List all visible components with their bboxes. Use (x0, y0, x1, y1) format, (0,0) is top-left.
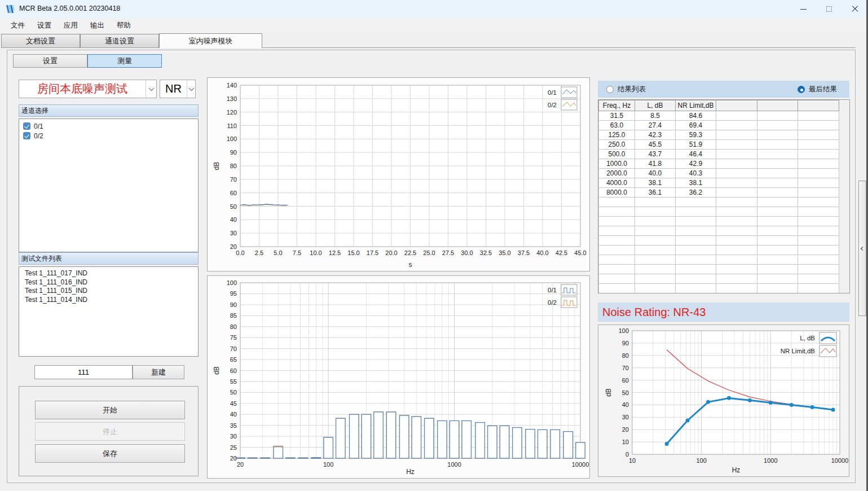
svg-text:95: 95 (230, 290, 237, 297)
radio-last-result[interactable] (797, 86, 805, 93)
checkbox-checked-icon[interactable] (23, 122, 30, 130)
table-cell: 4000.0 (599, 178, 635, 188)
legend-label: NR Limit,dB (781, 348, 816, 354)
channel-label: 0/1 (34, 122, 43, 130)
minimize-button[interactable] (790, 0, 816, 18)
radio-result-list[interactable] (606, 86, 614, 93)
maximize-button[interactable] (816, 0, 842, 18)
chevron-down-icon (148, 85, 154, 91)
test-file-item[interactable]: Test 1_111_016_IND (19, 278, 198, 287)
test-file-item[interactable]: Test 1_111_017_IND (19, 269, 198, 278)
table-row (599, 217, 839, 226)
table-cell (716, 150, 757, 159)
table-cell: 40.0 (635, 169, 676, 178)
panel-collapse-handle[interactable] (858, 181, 866, 316)
svg-text:70: 70 (622, 365, 629, 371)
test-type-dropdown-arrow[interactable] (146, 80, 156, 98)
table-cell (599, 255, 635, 265)
checkbox-checked-icon[interactable] (23, 132, 30, 139)
svg-text:100: 100 (227, 135, 237, 142)
table-cell (599, 284, 635, 293)
table-cell (599, 217, 635, 226)
file-name-input[interactable] (34, 365, 133, 379)
table-cell (716, 111, 757, 121)
table-cell (757, 169, 798, 178)
close-button[interactable] (842, 0, 868, 18)
test-file-item[interactable]: Test 1_111_014_IND (19, 296, 198, 305)
svg-text:20: 20 (237, 461, 244, 468)
test-type-value: 房间本底噪声测试 (19, 80, 146, 98)
table-cell (676, 198, 716, 207)
svg-text:30: 30 (230, 433, 237, 440)
table-row (599, 226, 839, 236)
table-cell (716, 188, 757, 198)
svg-text:90: 90 (230, 301, 237, 308)
svg-text:45.0: 45.0 (574, 249, 586, 256)
tab-indoor-noise-module[interactable]: 室内噪声模块 (159, 33, 262, 48)
svg-text:2.5: 2.5 (255, 249, 263, 256)
table-cell (716, 226, 757, 236)
legend-label: 0/1 (548, 287, 557, 293)
subtab-measure[interactable]: 测量 (87, 54, 162, 68)
test-file-item[interactable]: Test 1_111_015_IND (19, 287, 198, 296)
start-button[interactable]: 开始 (35, 401, 185, 419)
test-type-dropdown[interactable]: 房间本底噪声测试 (19, 80, 157, 98)
svg-text:20.0: 20.0 (385, 249, 397, 256)
channel-item[interactable]: 0/2 (19, 131, 198, 141)
svg-text:15.0: 15.0 (347, 249, 359, 256)
svg-text:40: 40 (622, 401, 629, 408)
subtab-settings[interactable]: 设置 (13, 54, 87, 68)
table-cell (798, 255, 839, 265)
table-cell: 8000.0 (599, 188, 635, 198)
table-cell: 250.0 (599, 140, 635, 150)
channel-item[interactable]: 0/1 (19, 121, 198, 131)
svg-text:35: 35 (230, 422, 237, 429)
new-button[interactable]: 新建 (133, 365, 184, 379)
table-cell: 42.9 (676, 159, 716, 169)
table-cell (798, 169, 839, 178)
table-header-cell (757, 100, 798, 111)
svg-text:130: 130 (227, 95, 237, 102)
table-cell: 2000.0 (599, 169, 635, 178)
table-cell: 38.1 (676, 178, 716, 188)
noise-rating-text: Noise Rating: NR-43 (602, 306, 706, 319)
test-file-list: Test 1_111_017_INDTest 1_111_016_INDTest… (19, 266, 199, 357)
table-cell: 59.3 (676, 130, 716, 140)
spectrum-chart: 2010010001000020253035404550556065707580… (208, 276, 589, 478)
noise-rating-band: Noise Rating: NR-43 (598, 303, 849, 322)
rating-type-dropdown-arrow[interactable] (187, 80, 195, 98)
table-cell (798, 217, 839, 226)
table-cell (716, 178, 757, 188)
app-icon (6, 5, 15, 14)
menu-settings[interactable]: 设置 (31, 19, 58, 32)
svg-text:65: 65 (230, 356, 237, 363)
svg-text:Hz: Hz (406, 468, 415, 476)
menu-application[interactable]: 应用 (58, 19, 84, 32)
table-row (599, 207, 839, 217)
table-cell (676, 207, 716, 217)
svg-text:0.0: 0.0 (236, 249, 244, 256)
table-cell: 41.8 (635, 159, 676, 169)
rating-type-dropdown[interactable]: NR (160, 80, 196, 98)
tab-document-settings[interactable]: 文档设置 (1, 34, 80, 47)
menu-help[interactable]: 帮助 (111, 19, 137, 32)
table-cell (676, 217, 716, 226)
table-cell (676, 236, 716, 246)
svg-text:100: 100 (619, 327, 629, 334)
svg-text:80: 80 (230, 163, 237, 169)
menu-file[interactable]: 文件 (5, 19, 31, 32)
table-cell (676, 274, 716, 284)
table-cell (757, 188, 798, 198)
svg-text:30.0: 30.0 (461, 249, 473, 256)
stop-button[interactable]: 停止 (35, 422, 185, 441)
table-cell (676, 255, 716, 265)
table-cell (635, 265, 676, 274)
table-cell (716, 169, 757, 178)
save-button[interactable]: 保存 (35, 444, 185, 463)
menu-output[interactable]: 输出 (84, 19, 111, 32)
svg-text:s: s (409, 261, 412, 269)
svg-text:dB: dB (605, 388, 613, 397)
table-cell (757, 159, 798, 169)
table-cell (757, 255, 798, 265)
tab-channel-settings[interactable]: 通道设置 (80, 34, 159, 47)
